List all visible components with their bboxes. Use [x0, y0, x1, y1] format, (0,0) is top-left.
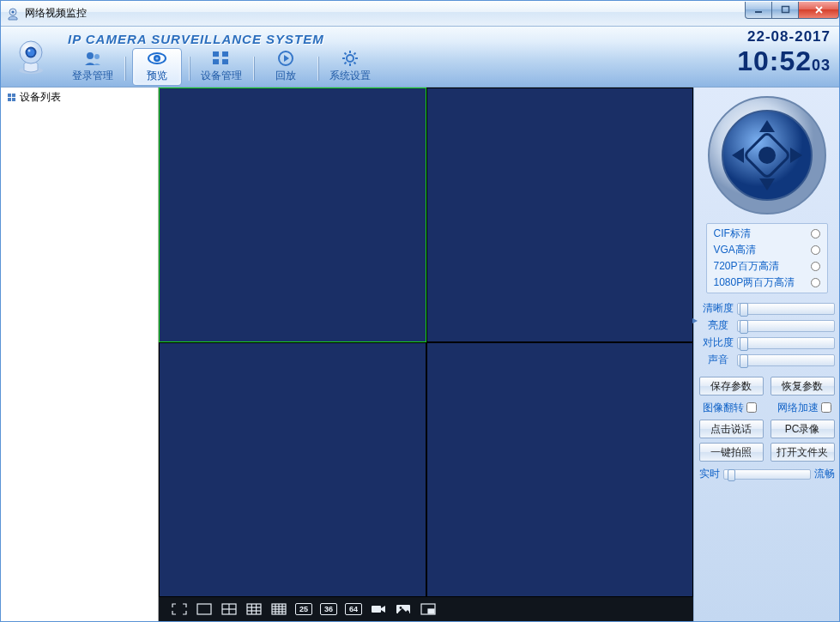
save-params-button[interactable]: 保存参数	[699, 377, 764, 396]
nav-login[interactable]: 登录管理	[68, 48, 118, 86]
control-panel: CIF标清 VGA高清 720P百万高清 1080P两百万高清 ▸ 清晰度 亮度…	[693, 88, 839, 621]
nav-replay[interactable]: 回放	[261, 48, 311, 86]
flip-label: 图像翻转	[703, 401, 744, 415]
nav-device[interactable]: 设备管理	[196, 48, 246, 86]
minimize-button[interactable]	[745, 2, 772, 19]
gear-icon	[340, 50, 360, 67]
slider-sound[interactable]	[737, 354, 835, 366]
slider-clarity[interactable]	[737, 303, 835, 315]
open-folder-button[interactable]: 打开文件夹	[771, 443, 835, 462]
nav-preview[interactable]: 预览	[132, 48, 182, 86]
svg-rect-17	[222, 59, 228, 64]
latency-slider[interactable]	[723, 469, 811, 480]
svg-point-13	[155, 57, 158, 59]
slider-thumb[interactable]	[728, 469, 735, 481]
snapshot-button[interactable]: 一键拍照	[699, 443, 764, 462]
app-window: 网络视频监控 IP CAMER	[0, 0, 840, 622]
latency-row: 实时 流畅	[699, 467, 835, 481]
clock: 22-08-2017 10:5203	[737, 28, 831, 75]
svg-line-25	[354, 63, 356, 64]
webcam-icon	[12, 38, 50, 75]
main-nav: 登录管理 预览 设备管理 回放	[68, 48, 375, 86]
ptz-center-button[interactable]	[758, 147, 776, 164]
record-button[interactable]	[370, 602, 387, 616]
app-title: IP CAMERA SURVEILLANCE SYSTEM	[68, 32, 324, 46]
picture-button[interactable]	[395, 602, 412, 616]
accel-label: 网络加速	[777, 401, 819, 415]
nav-system[interactable]: 系统设置	[325, 48, 375, 86]
maximize-button[interactable]	[771, 2, 799, 19]
nav-divider	[253, 57, 254, 81]
layout-64-button[interactable]: 64	[345, 603, 362, 615]
tree-root-label: 设备列表	[20, 90, 61, 105]
slider-bright-label: 亮度	[699, 318, 737, 333]
tree-root[interactable]: 设备列表	[1, 88, 158, 107]
restore-params-button[interactable]: 恢复参数	[771, 377, 835, 396]
slider-thumb[interactable]	[740, 320, 748, 334]
logo-area	[1, 27, 61, 87]
button-grid: 保存参数 恢复参数 图像翻转 网络加速 点击说话 PC录像 一键拍照 打开文件夹	[699, 377, 835, 462]
pip-button[interactable]	[420, 602, 437, 616]
nav-label: 预览	[147, 69, 167, 83]
svg-point-46	[400, 607, 402, 609]
radio-vga[interactable]: VGA高清	[707, 242, 827, 258]
slider-contrast-label: 对比度	[699, 335, 737, 350]
nav-label: 设备管理	[201, 69, 242, 83]
layout-1-button[interactable]	[196, 602, 213, 616]
svg-point-1	[11, 10, 14, 13]
svg-line-26	[354, 53, 356, 55]
svg-rect-28	[197, 604, 211, 614]
slider-group: ▸ 清晰度 亮度 对比度 声音	[699, 299, 835, 370]
slider-thumb[interactable]	[740, 354, 748, 368]
close-button[interactable]	[798, 2, 839, 19]
slider-thumb[interactable]	[740, 303, 748, 317]
svg-line-27	[345, 63, 347, 64]
radio-1080p-input[interactable]	[811, 278, 820, 287]
slider-bright[interactable]	[737, 320, 835, 332]
slider-thumb[interactable]	[740, 337, 748, 351]
slider-sound-label: 声音	[699, 353, 737, 367]
nav-divider	[189, 57, 190, 81]
app-icon	[6, 7, 20, 21]
flip-checkbox[interactable]	[746, 402, 757, 413]
video-pane-3[interactable]	[159, 342, 426, 597]
talk-button[interactable]: 点击说话	[699, 420, 764, 438]
nav-divider	[124, 57, 125, 81]
ptz-control	[706, 94, 828, 216]
nav-label: 系统设置	[329, 69, 371, 83]
layout-25-button[interactable]: 25	[295, 603, 312, 615]
svg-rect-48	[428, 609, 434, 613]
svg-point-10	[94, 54, 100, 59]
app-header: IP CAMERA SURVEILLANCE SYSTEM 登录管理 预览	[1, 27, 839, 88]
accel-checkbox[interactable]	[821, 402, 831, 413]
radio-720p-input[interactable]	[811, 262, 820, 271]
clock-date: 22-08-2017	[737, 28, 831, 45]
checkbox-row: 图像翻转 网络加速	[699, 400, 835, 415]
svg-point-7	[27, 49, 35, 57]
fullscreen-button[interactable]	[171, 602, 188, 616]
radio-1080p[interactable]: 1080P两百万高清	[707, 275, 827, 291]
device-tree[interactable]: 设备列表	[1, 88, 159, 621]
eye-icon	[147, 50, 167, 67]
radio-cif-input[interactable]	[811, 229, 820, 239]
layout-36-button[interactable]: 36	[320, 603, 337, 615]
radio-720p[interactable]: 720P百万高清	[707, 258, 827, 275]
slider-clarity-label: 清晰度	[699, 301, 737, 316]
layout-16-button[interactable]	[270, 602, 287, 616]
svg-point-8	[28, 50, 31, 52]
video-pane-1[interactable]	[159, 88, 426, 342]
video-pane-4[interactable]	[426, 342, 694, 597]
slider-contrast[interactable]	[737, 337, 835, 349]
svg-rect-16	[213, 59, 219, 64]
radio-vga-input[interactable]	[811, 245, 820, 255]
svg-rect-14	[213, 51, 219, 57]
expand-handle-icon[interactable]: ▸	[692, 314, 698, 326]
pc-record-button[interactable]: PC录像	[771, 420, 835, 438]
video-pane-2[interactable]	[426, 88, 694, 342]
layout-4-button[interactable]	[221, 602, 238, 616]
clock-seconds: 03	[812, 57, 831, 74]
grid-icon	[6, 93, 16, 103]
radio-cif[interactable]: CIF标清	[707, 226, 827, 242]
replay-icon	[275, 50, 296, 67]
layout-9-button[interactable]	[245, 602, 263, 616]
